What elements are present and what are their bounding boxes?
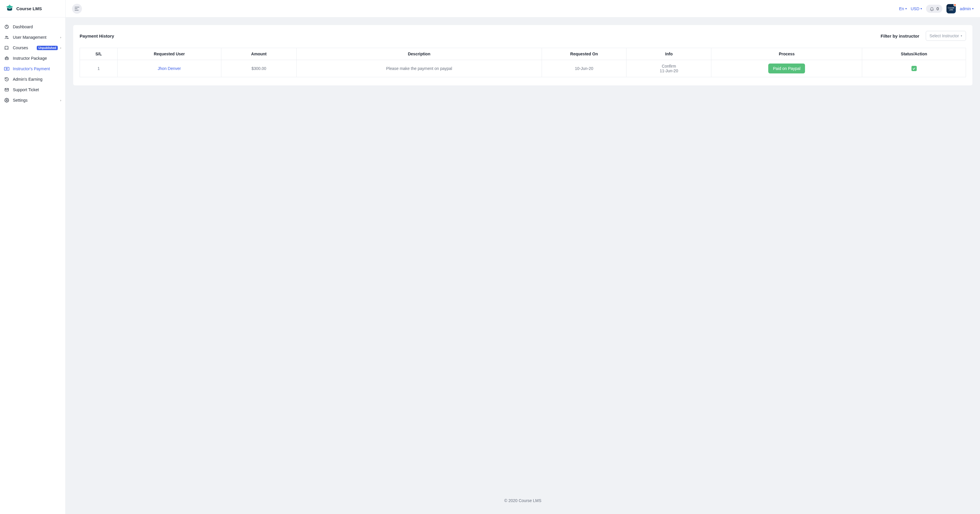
info-line1: Confirm (629, 64, 708, 68)
col-info: Info (627, 48, 711, 60)
status-dot (953, 3, 956, 6)
cell-requested-on: 10-Jun-20 (542, 60, 627, 77)
history-icon (4, 77, 10, 82)
currency-label: USD (911, 6, 920, 11)
chevron-right-icon (60, 98, 61, 102)
language-label: En (899, 6, 904, 11)
sidebar-item-instructor-package[interactable]: Instructor Package (0, 53, 65, 63)
svg-point-9 (6, 100, 7, 101)
chevron-right-icon (60, 46, 61, 49)
cell-description: Please make the payment on paypal (297, 60, 542, 77)
svg-rect-10 (75, 7, 80, 7)
logo-icon (5, 4, 14, 13)
language-dropdown[interactable]: En (899, 6, 907, 11)
svg-rect-6 (5, 67, 10, 70)
briefcase-icon (4, 56, 10, 61)
col-user: Requested User (118, 48, 221, 60)
footer-text: © 2020 Course LMS (73, 493, 972, 506)
svg-rect-0 (10, 4, 10, 6)
content-area: Payment History Filter by instructor Sel… (65, 17, 980, 514)
svg-point-3 (7, 36, 8, 37)
sidebar-toggle-button[interactable] (72, 4, 82, 14)
currency-dropdown[interactable]: USD (911, 6, 922, 11)
sidebar-item-instructors-payment[interactable]: Instructor's Payment (0, 63, 65, 74)
cell-sl: 1 (80, 60, 118, 77)
cell-process: Paid on Paypal (711, 60, 862, 77)
brand-logo[interactable]: Course LMS (0, 0, 65, 17)
sidebar-item-label: Admin's Earning (13, 77, 61, 82)
notification-count: 0 (937, 6, 939, 11)
sidebar-item-label: Support Ticket (13, 87, 61, 92)
bell-icon (929, 6, 934, 11)
sidebar-item-support-ticket[interactable]: Support Ticket (0, 84, 65, 95)
cell-info: Confirm 11-Jun-20 (627, 60, 711, 77)
align-left-icon (75, 7, 80, 11)
svg-point-7 (6, 68, 8, 70)
cell-amount: $300.00 (221, 60, 297, 77)
sidebar-item-admins-earning[interactable]: Admin's Earning (0, 74, 65, 84)
user-menu-dropdown[interactable]: admin (960, 6, 974, 11)
instructor-select-placeholder: Select Instructor (929, 33, 959, 38)
username-label: admin (960, 6, 971, 11)
money-icon (4, 66, 10, 71)
envelope-icon (4, 87, 10, 92)
sidebar-nav: Dashboard User Management Courses Unpubl… (0, 17, 65, 109)
instructor-select[interactable]: Select Instructor (926, 31, 966, 41)
caret-down-icon (961, 34, 962, 37)
users-icon (4, 35, 10, 40)
status-check-icon[interactable] (912, 66, 917, 71)
svg-rect-12 (75, 10, 79, 11)
unpublished-badge: Unpublished (37, 46, 58, 50)
notifications-button[interactable]: 0 (926, 5, 942, 13)
table-row: 1 Jhon Denver $300.00 Please make the pa… (80, 60, 966, 77)
info-line2: 11-Jun-20 (629, 68, 708, 73)
cell-user: Jhon Denver (118, 60, 221, 77)
brand-name: Course LMS (16, 6, 42, 11)
requested-user-link[interactable]: Jhon Denver (158, 66, 181, 71)
col-requested-on: Requested On (542, 48, 627, 60)
dashboard-icon (4, 24, 10, 29)
filter-label: Filter by instructor (881, 33, 920, 38)
sidebar-item-courses[interactable]: Courses Unpublished (0, 43, 65, 53)
chevron-right-icon (60, 36, 61, 39)
sidebar-item-user-management[interactable]: User Management (0, 32, 65, 43)
sidebar-item-dashboard[interactable]: Dashboard (0, 22, 65, 32)
col-description: Description (297, 48, 542, 60)
page-title: Payment History (80, 33, 114, 38)
chevron-down-icon (972, 7, 974, 10)
chevron-down-icon (905, 7, 907, 10)
svg-rect-11 (75, 8, 78, 9)
table-header-row: S/L Requested User Amount Description Re… (80, 48, 966, 60)
col-status: Status/Action (862, 48, 966, 60)
col-process: Process (711, 48, 862, 60)
payment-history-card: Payment History Filter by instructor Sel… (73, 25, 972, 86)
svg-point-2 (6, 36, 7, 37)
chevron-down-icon (921, 7, 922, 10)
sidebar-item-label: Instructor's Payment (13, 67, 61, 71)
sidebar-item-settings[interactable]: Settings (0, 95, 65, 105)
col-sl: S/L (80, 48, 118, 60)
avatar[interactable]: CourseLMS (947, 4, 956, 13)
col-amount: Amount (221, 48, 297, 60)
avatar-text: CourseLMS (948, 7, 955, 11)
sidebar-item-label: Settings (13, 98, 60, 103)
sidebar-item-label: Dashboard (13, 24, 61, 29)
book-icon (4, 45, 10, 51)
topbar: En USD 0 CourseLMS admin (65, 0, 980, 17)
sidebar-item-label: Courses (13, 46, 36, 50)
cell-status (862, 60, 966, 77)
paid-on-paypal-button[interactable]: Paid on Paypal (768, 63, 805, 73)
gear-icon (4, 98, 10, 103)
sidebar-item-label: User Management (13, 35, 60, 40)
sidebar: Course LMS Dashboard User Management (0, 0, 65, 514)
sidebar-item-label: Instructor Package (13, 56, 61, 60)
payment-history-table: S/L Requested User Amount Description Re… (80, 48, 966, 77)
